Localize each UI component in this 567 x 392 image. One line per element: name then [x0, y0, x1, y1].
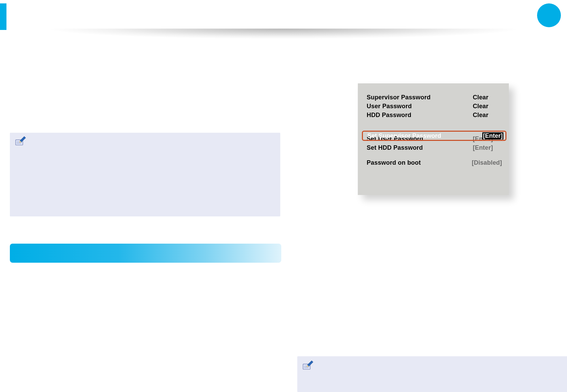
bios-row-user-password: User Password Clear [367, 102, 502, 111]
bios-label: HDD Password [367, 112, 411, 119]
page-circle [537, 3, 561, 27]
bios-label: Password on boot [367, 159, 421, 166]
note-box-right [297, 356, 567, 392]
spacer [367, 152, 502, 158]
bios-row-hdd-password: HDD Password Clear [367, 111, 502, 119]
manual-page: Supervisor Password Clear User Password … [0, 0, 567, 392]
bios-value: Clear [473, 103, 502, 110]
bios-label: Set HDD Password [367, 144, 423, 151]
bios-row-supervisor-password: Supervisor Password Clear [367, 93, 502, 102]
side-tab [0, 3, 6, 30]
note-box-left [10, 133, 280, 216]
bios-highlight-label: Set Supervisor Password [367, 132, 441, 140]
bios-value: [Enter] [473, 144, 502, 151]
bios-row-set-hdd[interactable]: Set HDD Password [Enter] [367, 143, 502, 152]
bios-value: Clear [473, 94, 502, 101]
section-bar [10, 244, 281, 263]
bios-highlight-row[interactable]: Set Supervisor Password [Enter] [367, 132, 503, 140]
top-shadow [0, 29, 567, 42]
bios-label: User Password [367, 103, 412, 110]
bios-value: [Disabled] [472, 159, 502, 166]
bios-label: Supervisor Password [367, 94, 431, 101]
spacer [367, 119, 502, 126]
note-icon [15, 135, 26, 148]
bios-value: Clear [473, 112, 502, 119]
bios-highlight-value: [Enter] [482, 132, 503, 140]
bios-row-password-on-boot[interactable]: Password on boot [Disabled] [367, 158, 502, 167]
note-icon [302, 360, 314, 373]
